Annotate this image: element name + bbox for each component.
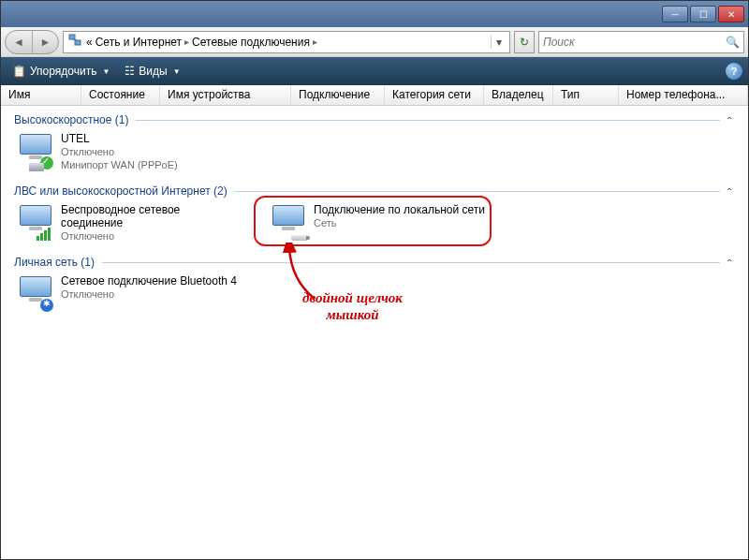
wireless-icon (16, 203, 55, 243)
breadcrumb: « Сеть и Интернет▸ Сетевые подключения▸ (86, 36, 487, 49)
col-name[interactable]: Имя (1, 85, 81, 105)
connection-item-wireless[interactable]: Беспроводное сетевое соединение Отключен… (14, 201, 239, 244)
group-header-lan[interactable]: ЛВС или высокоскоростной Интернет (2) ⌃ (1, 181, 748, 199)
titlebar: ─ ☐ ✕ (1, 1, 748, 27)
col-status[interactable]: Состояние (81, 85, 160, 105)
group-header-highspeed[interactable]: Высокоскоростное (1) ⌃ (1, 110, 748, 128)
content-area: Высокоскоростное (1) ⌃ UTEL Отключено Ми… (1, 106, 748, 559)
search-input[interactable] (543, 36, 740, 49)
connection-item-bluetooth[interactable]: Сетевое подключение Bluetooth 4 Отключен… (14, 273, 239, 316)
views-button[interactable]: ☷ Виды ▼ (119, 62, 185, 81)
chevron-right-icon: ▸ (313, 37, 317, 47)
connection-item-lan[interactable]: Подключение по локальной сети Сеть (267, 201, 492, 244)
address-bar[interactable]: « Сеть и Интернет▸ Сетевые подключения▸ … (63, 31, 510, 53)
svg-rect-0 (69, 35, 75, 39)
search-box[interactable]: 🔍 (538, 31, 744, 53)
toolbar: 📋 Упорядочить ▼ ☷ Виды ▼ ? (1, 57, 748, 85)
forward-button[interactable]: ► (32, 31, 58, 53)
organize-icon: 📋 (12, 65, 26, 78)
col-type[interactable]: Тип (553, 85, 619, 105)
address-dropdown-button[interactable]: ▾ (491, 36, 506, 49)
explorer-window: ─ ☐ ✕ ◄ ► « Сеть и Интернет▸ Сетевые под… (0, 0, 749, 560)
network-icon (67, 33, 82, 51)
refresh-button[interactable]: ↻ (514, 31, 535, 53)
collapse-icon[interactable]: ⌃ (720, 186, 739, 197)
svg-rect-1 (75, 40, 81, 45)
col-phone[interactable]: Номер телефона... (619, 85, 748, 105)
breadcrumb-item-1[interactable]: Сеть и Интернет▸ (95, 36, 189, 49)
connection-item-utel[interactable]: UTEL Отключено Минипорт WAN (PPPoE) (14, 130, 239, 173)
col-device[interactable]: Имя устройства (160, 85, 291, 105)
help-button[interactable]: ? (726, 63, 742, 80)
maximize-button[interactable]: ☐ (690, 6, 716, 22)
lan-icon (269, 203, 308, 243)
views-icon: ☷ (125, 65, 135, 78)
group-items-personal: Сетевое подключение Bluetooth 4 Отключен… (1, 271, 748, 323)
column-headers: Имя Состояние Имя устройства Подключение… (1, 85, 748, 106)
collapse-icon[interactable]: ⌃ (720, 115, 739, 125)
bluetooth-icon (16, 274, 55, 314)
group-items-highspeed: UTEL Отключено Минипорт WAN (PPPoE) (1, 128, 748, 181)
chevron-down-icon: ▼ (102, 67, 110, 76)
group-header-personal[interactable]: Личная сеть (1) ⌃ (1, 252, 748, 271)
minimize-button[interactable]: ─ (662, 6, 688, 22)
back-button[interactable]: ◄ (6, 31, 32, 53)
group-items-lan: Беспроводное сетевое соединение Отключен… (1, 199, 748, 252)
modem-icon (16, 132, 55, 171)
close-button[interactable]: ✕ (718, 6, 744, 22)
search-icon[interactable]: 🔍 (726, 36, 740, 49)
nav-buttons: ◄ ► (5, 30, 59, 54)
col-category[interactable]: Категория сети (385, 85, 484, 105)
breadcrumb-prefix[interactable]: « (86, 36, 93, 49)
chevron-down-icon: ▼ (173, 67, 181, 76)
col-owner[interactable]: Владелец (484, 85, 553, 105)
navigation-bar: ◄ ► « Сеть и Интернет▸ Сетевые подключен… (1, 27, 748, 57)
col-connection[interactable]: Подключение (291, 85, 385, 105)
organize-button[interactable]: 📋 Упорядочить ▼ (7, 62, 115, 81)
svg-line-2 (72, 39, 78, 40)
breadcrumb-item-2[interactable]: Сетевые подключения▸ (192, 36, 317, 49)
chevron-right-icon: ▸ (184, 37, 189, 47)
collapse-icon[interactable]: ⌃ (720, 258, 739, 268)
